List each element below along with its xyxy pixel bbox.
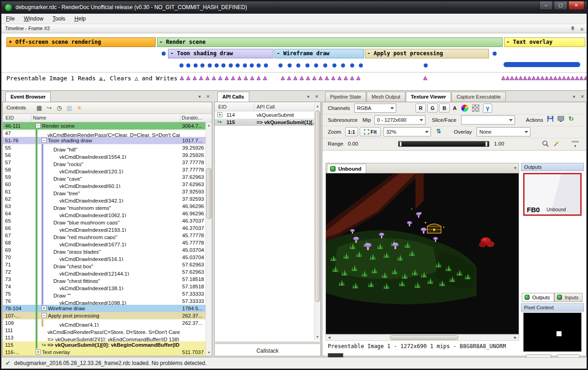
menu-help[interactable]: Help [70, 14, 90, 24]
event-row[interactable]: 111vkCmdEndRenderPass(C=Store, D=Store, … [3, 327, 205, 334]
timeline-bar[interactable]: - Toon shading draw [168, 49, 273, 58]
write-event-marker[interactable]: ▲ [299, 74, 304, 81]
timeline-bar[interactable]: - Wireframe draw [274, 49, 364, 58]
gamma-button[interactable]: γ [483, 104, 492, 113]
draw-event-dot[interactable] [179, 63, 184, 68]
event-row[interactable]: 71Draw "chest box"57.62963 [3, 261, 205, 268]
draw-event-dot[interactable] [162, 52, 166, 56]
write-event-marker[interactable]: ▲ [236, 74, 242, 81]
blue-channel-button[interactable]: B [439, 104, 450, 113]
write-event-marker[interactable]: ▲ [198, 74, 204, 81]
event-row[interactable]: 75Draw ""57.33333 [3, 290, 205, 297]
close-button[interactable]: ✕ [568, 1, 584, 10]
event-row[interactable]: 78-104+Wireframe draw1784.5... [3, 305, 205, 312]
scroll-thumb[interactable] [390, 335, 458, 340]
tab-unbound-texture[interactable]: Unbound [327, 164, 366, 173]
tab-texture-viewer[interactable]: Texture Viewer [406, 92, 451, 102]
tab-event-browser[interactable]: Event Browser [5, 92, 51, 102]
draw-event-dot[interactable] [493, 52, 497, 56]
event-row[interactable]: 62vkCmdDrawIndexed(342,1)37.92593 [3, 195, 205, 203]
title-bar[interactable]: debugmarker.rdc - RenderDoc Unofficial r… [1, 1, 587, 14]
scroll-thumb[interactable] [206, 168, 211, 219]
api-call-row[interactable]: +114vkQueueSubmit [215, 111, 314, 119]
scroll-thumb[interactable] [315, 110, 320, 302]
write-event-marker[interactable]: ▲ [356, 74, 362, 81]
draw-event-bar[interactable] [504, 62, 580, 67]
write-event-marker[interactable]: ▲ [293, 74, 299, 81]
draw-event-dot[interactable] [215, 63, 219, 68]
draw-event-dot[interactable] [314, 63, 318, 68]
event-row[interactable]: 51-76−Toon shading draw1017.7... [3, 137, 205, 144]
scroll-down-icon[interactable]: ▼ [206, 349, 212, 356]
event-row[interactable]: 66vkCmdDrawIndexed(2193,1)46.37037 [3, 224, 205, 232]
mip-select[interactable]: 0 - 1272x690 [374, 115, 425, 125]
event-row[interactable]: 72vkCmdDrawIndexed(12144,1)57.62963 [3, 268, 205, 276]
autofit-wand-icon[interactable] [552, 140, 561, 148]
draw-event-dot[interactable] [288, 63, 292, 68]
write-event-marker[interactable]: ▲ [324, 74, 330, 81]
minimize-button[interactable]: – [539, 1, 553, 10]
event-row[interactable]: 55Draw "hill"39.25926 [3, 144, 205, 151]
event-row[interactable]: 67Draw "red mushroom caps"45.77778 [3, 232, 205, 239]
close-panel-icon[interactable]: ✕ [580, 25, 584, 34]
write-event-marker[interactable]: ▲ [305, 74, 311, 81]
event-row[interactable]: 46-111−Render scene3064.7... [3, 122, 205, 130]
draw-event-dot[interactable] [264, 63, 268, 68]
timeline-icon[interactable]: ▦ [35, 104, 44, 113]
event-row[interactable]: 63Draw "mushroom stems"46.96296 [3, 203, 205, 210]
event-row[interactable]: 113=> vkQueueSubmit(2)[1]: vkEndCommandB… [3, 334, 205, 341]
draw-event-dot[interactable] [229, 63, 233, 68]
event-row[interactable]: 61Draw "tree"37.92593 [3, 188, 205, 195]
event-row[interactable]: 116-...+Text overlay511.7037 [3, 349, 205, 356]
draw-event-dot[interactable] [296, 63, 300, 68]
splitter[interactable] [215, 342, 320, 344]
tab-list-dropdown-icon[interactable]: ▾ [514, 166, 516, 170]
draw-event-dot[interactable] [323, 63, 327, 68]
draw-event-dot[interactable] [332, 63, 336, 68]
event-row[interactable]: 57Draw "rocks"37.77778 [3, 159, 205, 166]
timeline-bar[interactable]: + Off-screen scene rendering [6, 37, 156, 47]
write-event-marker[interactable]: ▲ [185, 74, 191, 81]
write-event-marker[interactable]: ▲ [311, 74, 317, 81]
write-event-marker[interactable]: ▲ [336, 74, 342, 81]
event-row[interactable]: 115↪=> vkQueueSubmit(1)[0]: vkBeginComma… [3, 341, 205, 349]
expand-icon[interactable]: + [36, 349, 41, 354]
write-event-marker[interactable]: ▲ [230, 74, 236, 81]
slice-face-select[interactable] [461, 115, 515, 125]
event-row[interactable]: 65Draw "blue mushroom caps"46.37037 [3, 217, 205, 224]
write-event-marker[interactable]: ▲ [343, 74, 349, 81]
event-row[interactable]: 109vkCmdDraw(4,1)262.37... [3, 319, 205, 327]
write-event-marker[interactable]: ▲ [249, 74, 255, 81]
event-row[interactable]: 107-...−Apply post processing262.37... [3, 312, 205, 319]
tab-outputs[interactable]: Outputs [522, 293, 554, 302]
event-row[interactable]: 70vkCmdDrawIndexed(516,1)45.03704 [3, 254, 205, 261]
event-row[interactable]: 64vkCmdDrawIndexed(1062,1)46.96296 [3, 210, 205, 217]
scroll-left-icon[interactable]: ◀ [326, 335, 332, 340]
timeline-title-bar[interactable]: Timeline - Frame #2 ✕ [1, 24, 587, 33]
refresh-icon[interactable]: ↻ [567, 115, 575, 123]
write-event-marker[interactable]: ▲ [286, 74, 292, 81]
checkerboard-background-icon[interactable] [472, 104, 479, 112]
menu-window[interactable]: Window [19, 14, 48, 24]
save-icon[interactable] [546, 115, 554, 124]
draw-event-dot[interactable] [236, 63, 240, 68]
write-event-marker[interactable]: ▲ [192, 74, 198, 81]
dock-menu-icon[interactable]: ▾ [199, 94, 201, 99]
event-browser-columns[interactable]: EID Name Duratio... [3, 114, 212, 122]
collapse-icon[interactable]: − [42, 138, 47, 143]
draw-event-dot[interactable] [359, 63, 363, 68]
color-wheel-icon[interactable] [461, 104, 468, 112]
draw-event-dot[interactable] [200, 63, 205, 68]
draw-event-dot[interactable] [341, 63, 345, 68]
dock-menu-icon[interactable]: ▾ [573, 94, 575, 99]
texture-view[interactable] [326, 173, 519, 334]
draw-event-dot[interactable] [257, 63, 261, 68]
dock-menu-icon[interactable]: ▾ [307, 94, 310, 99]
zoom-1to1-button[interactable]: 1:1 [345, 127, 358, 136]
draw-event-dot[interactable] [305, 63, 310, 68]
draw-event-dot[interactable] [194, 63, 198, 68]
event-row[interactable]: 58vkCmdDrawIndexed(120,1)37.77778 [3, 166, 205, 173]
event-row[interactable]: 60vkCmdDrawIndexed(60,1)37.62963 [3, 181, 205, 188]
draw-event-dot[interactable] [424, 63, 428, 68]
draw-event-dot[interactable] [250, 63, 254, 68]
